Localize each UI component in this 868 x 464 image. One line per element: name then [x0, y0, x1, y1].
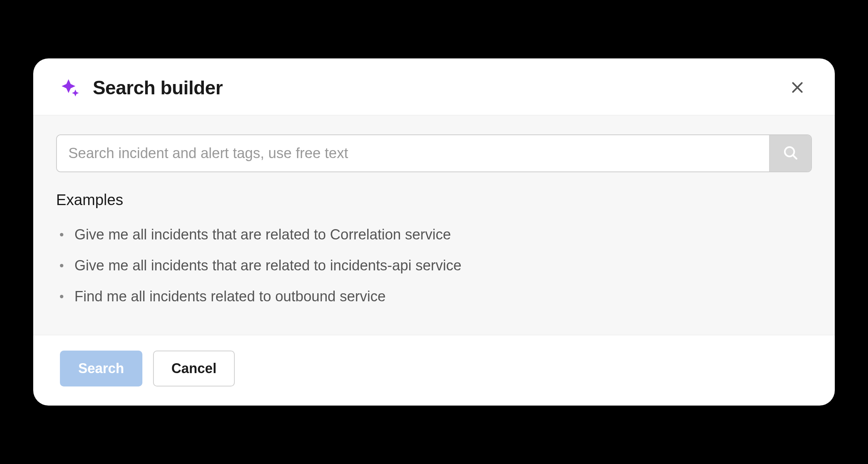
- header-left: Search builder: [60, 77, 223, 99]
- search-submit-button[interactable]: [769, 135, 811, 171]
- modal-body: Examples Give me all incidents that are …: [33, 115, 835, 335]
- modal-header: Search builder: [33, 58, 835, 115]
- search-icon: [782, 145, 799, 162]
- cancel-button[interactable]: Cancel: [153, 351, 235, 386]
- search-input[interactable]: [57, 135, 769, 171]
- search-button[interactable]: Search: [60, 351, 142, 386]
- svg-line-3: [793, 155, 797, 159]
- example-item: Give me all incidents that are related t…: [56, 219, 812, 250]
- modal-title: Search builder: [93, 77, 223, 99]
- example-item: Give me all incidents that are related t…: [56, 250, 812, 281]
- examples-list: Give me all incidents that are related t…: [56, 219, 812, 312]
- examples-section: Examples Give me all incidents that are …: [56, 191, 812, 312]
- close-button[interactable]: [787, 77, 808, 99]
- sparkle-icon: [60, 78, 81, 98]
- close-icon: [790, 80, 805, 96]
- modal-footer: Search Cancel: [33, 335, 835, 406]
- example-item: Find me all incidents related to outboun…: [56, 281, 812, 312]
- search-builder-modal: Search builder: [33, 58, 835, 406]
- examples-heading: Examples: [56, 191, 812, 209]
- search-row: [56, 134, 812, 172]
